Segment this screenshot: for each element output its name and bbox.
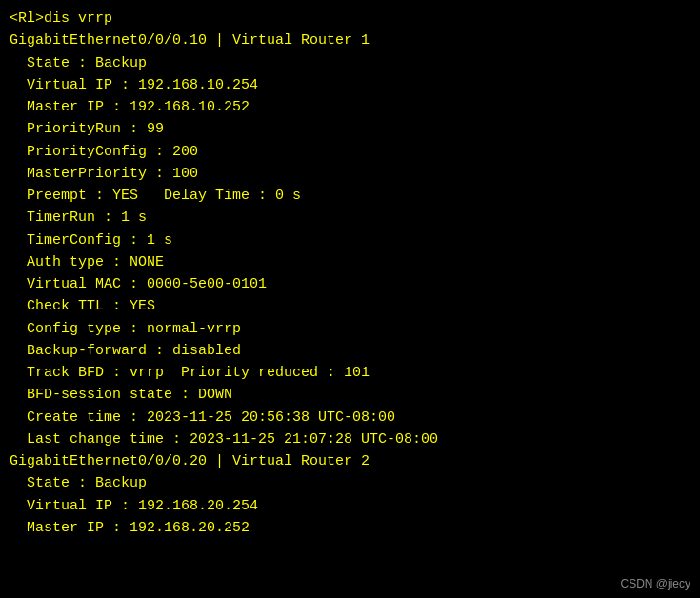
check-ttl1: Check TTL : YES [10,295,690,317]
master-ip1: Master IP : 192.168.10.252 [10,96,690,118]
create-time1: Create time : 2023-11-25 20:56:38 UTC-08… [10,407,690,429]
backup-forward1: Backup-forward : disabled [10,340,690,362]
config-type1: Config type : normal-vrrp [10,318,690,340]
last-change1: Last change time : 2023-11-25 21:07:28 U… [10,429,690,450]
priority-run1: PriorityRun : 99 [10,118,690,140]
master-priority1: MasterPriority : 100 [10,163,690,185]
section1-header: GigabitEthernet0/0/0.10 | Virtual Router… [10,30,690,51]
virtual-mac1: Virtual MAC : 0000-5e00-0101 [10,273,690,295]
cmd-prefix: <Rl>dis vrrp [10,8,690,30]
virtual-ip1: Virtual IP : 192.168.10.254 [10,74,690,96]
preempt1: Preempt : YES Delay Time : 0 s [10,185,690,207]
terminal-output: <Rl>dis vrrpGigabitEthernet0/0/0.10 | Vi… [0,0,700,547]
section2-header: GigabitEthernet0/0/0.20 | Virtual Router… [10,450,690,472]
timer-config1: TimerConfig : 1 s [10,229,690,251]
auth-type1: Auth type : NONE [10,251,690,273]
track-bfd1: Track BFD : vrrp Priority reduced : 101 [10,362,690,384]
virtual-ip2: Virtual IP : 192.168.20.254 [10,495,690,517]
bfd-session1: BFD-session state : DOWN [10,384,690,406]
master-ip2: Master IP : 192.168.20.252 [10,517,690,539]
state1: State : Backup [10,52,690,74]
state2: State : Backup [10,472,690,494]
watermark: CSDN @jiecy [620,577,690,590]
priority-config1: PriorityConfig : 200 [10,141,690,163]
timer-run1: TimerRun : 1 s [10,207,690,229]
